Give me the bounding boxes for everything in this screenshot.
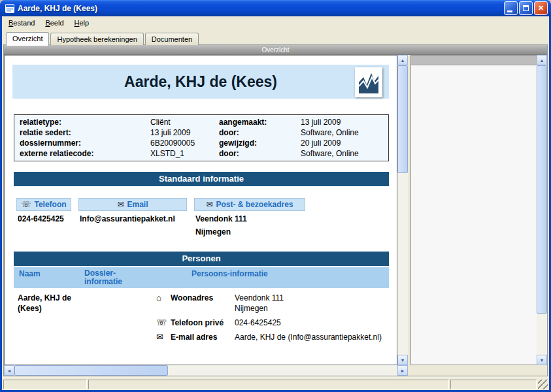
detail-value: 13 juli 2009 (150, 127, 219, 138)
menu-beeld[interactable]: Beeld (40, 17, 69, 29)
email-address: Info@assurantiepakket.nl (78, 211, 187, 224)
arrow-right-icon: ► (401, 368, 405, 373)
person-info-item: ✉ E-mail adres Aarde, KHJ de (Info@assur… (156, 330, 389, 344)
window-body: Bestand Beeld Help Overzicht Hypotheek b… (2, 16, 549, 390)
left-vertical-scrollbar[interactable]: ▲ ▼ (397, 55, 408, 365)
person-info-item: ☏ Telefoon privé 024-6425425 (156, 316, 389, 330)
section-header-personen: Personen (14, 252, 389, 266)
detail-value: Software, Online (301, 127, 383, 138)
minimize-button[interactable] (504, 1, 518, 15)
person-info-item: ⌂ Woonadres Veendonk 111 Nijmegen (156, 291, 389, 316)
detail-value: 20 juli 2009 (301, 138, 383, 148)
right-pane-header (411, 56, 537, 65)
right-vertical-scrollbar[interactable]: ▲ ▼ (537, 55, 547, 365)
home-icon: ⌂ (156, 293, 171, 303)
details-row: relatie sedert: 13 juli 2009 door: Softw… (14, 127, 388, 138)
details-row: externe relatiecode: XLSTD_1 door: Softw… (14, 148, 388, 159)
person-info-list: ⌂ Woonadres Veendonk 111 Nijmegen ☏ Tele… (156, 291, 389, 344)
email-box: ✉ Email Info@assurantiepakket.nl (78, 198, 187, 224)
scroll-down-button[interactable]: ▼ (397, 355, 408, 365)
scroll-track[interactable] (537, 65, 547, 355)
arrow-down-icon: ▼ (401, 358, 405, 363)
scroll-down-button[interactable]: ▼ (537, 355, 547, 365)
tab-hypotheek-berekeningen[interactable]: Hypotheek berekeningen (50, 33, 143, 45)
person-address-line-2: Nijmegen (235, 304, 268, 313)
close-button[interactable]: ✕ (534, 1, 548, 15)
detail-label: relatietype: (20, 117, 150, 127)
detail-value: 13 juli 2009 (301, 117, 383, 127)
detail-label: relatie sedert: (20, 127, 150, 138)
status-panel (3, 380, 87, 389)
person-info-label: Telefoon privé (171, 318, 235, 328)
email-box-label: Email (127, 200, 148, 209)
menu-bestand[interactable]: Bestand (3, 17, 40, 29)
scroll-thumb[interactable] (537, 65, 547, 314)
arrow-down-icon: ▼ (540, 358, 544, 363)
horizontal-scrollbar[interactable]: ◄ ► (4, 365, 408, 376)
person-info-value: Aarde, KHJ de (Info@assurantiepakket.nl) (235, 332, 389, 342)
tab-overzicht[interactable]: Overzicht (6, 32, 49, 46)
details-row: relatietype: Cliënt aangemaakt: 13 juli … (14, 117, 388, 127)
phone-box: ☏ Telefoon 024-6425425 (16, 198, 71, 224)
person-address-line-1: Veendonk 111 (235, 293, 284, 302)
person-info-label: E-mail adres (171, 332, 235, 342)
arrow-up-icon: ▲ (540, 58, 544, 63)
app-window: Aarde, KHJ de (Kees) ✕ Bestand Beeld Hel… (0, 0, 551, 392)
scroll-track[interactable] (397, 65, 408, 355)
relation-details-box: relatietype: Cliënt aangemaakt: 13 juli … (14, 114, 389, 161)
scroll-track[interactable] (14, 365, 397, 376)
scroll-row-filler (408, 365, 547, 376)
right-pane (410, 55, 537, 365)
phone-icon: ☏ (21, 200, 31, 209)
scroll-up-button[interactable]: ▲ (537, 55, 547, 65)
column-dossier-informatie: Dossier-informatie (84, 269, 137, 286)
phone-number: 024-6425425 (16, 211, 71, 224)
phone-box-header[interactable]: ☏ Telefoon (16, 198, 71, 211)
phone-icon: ☏ (156, 318, 171, 328)
detail-label: externe relatiecode: (20, 148, 150, 159)
address-box-label: Post- & bezoekadres (216, 200, 293, 209)
standard-info-boxes: ☏ Telefoon 024-6425425 ✉ Email Info@assu… (16, 198, 305, 237)
scroll-up-button[interactable]: ▲ (397, 55, 408, 65)
column-naam: Naam (19, 269, 41, 278)
scroll-left-button[interactable]: ◄ (4, 365, 14, 376)
detail-value: Cliënt (150, 117, 219, 127)
overview-pane: Aarde, KHJ de (Kees) relatietype: Cliënt (4, 55, 397, 365)
person-info-value: 024-6425425 (235, 318, 389, 328)
envelope-icon: ✉ (117, 200, 124, 209)
tab-strip: Overzicht Hypotheek berekeningen Documen… (2, 29, 549, 45)
status-panel (88, 380, 449, 389)
client-name-title: Aarde, KHJ de (Kees) (12, 65, 389, 99)
detail-value: Software, Online (301, 148, 383, 159)
maximize-button[interactable] (519, 1, 533, 15)
email-box-header[interactable]: ✉ Email (78, 198, 187, 211)
tab-documenten[interactable]: Documenten (145, 33, 199, 45)
maximize-icon (523, 5, 529, 11)
detail-value: XLSTD_1 (150, 148, 219, 159)
bottom-scroll-row: ◄ ► (4, 365, 547, 376)
post-icon: ✉ (206, 200, 212, 209)
status-bar (2, 378, 549, 390)
scroll-thumb[interactable] (14, 365, 168, 376)
scroll-right-button[interactable]: ► (397, 365, 408, 376)
status-panel (450, 380, 537, 389)
close-icon: ✕ (538, 4, 544, 12)
app-icon (5, 3, 15, 14)
detail-label: door: (219, 127, 301, 138)
arrow-left-icon: ◄ (7, 368, 12, 373)
menu-bar: Bestand Beeld Help (2, 16, 549, 29)
address-line-2: Nijmegen (194, 224, 305, 237)
window-title: Aarde, KHJ de (Kees) (18, 4, 504, 13)
address-box-header[interactable]: ✉ Post- & bezoekadres (194, 198, 305, 211)
minimize-icon (507, 10, 512, 12)
address-line-1: Veendonk 111 (194, 211, 305, 224)
caption-bar: Overzicht (4, 45, 547, 55)
details-row: dossiernummer: 6B20090005 gewijzigd: 20 … (14, 138, 388, 148)
chart-icon (355, 67, 382, 97)
menu-help[interactable]: Help (69, 17, 95, 29)
content-frame: Overzicht Aarde, KHJ de (Kees) (3, 44, 548, 376)
persons-table-header: Naam Dossier-informatie Persoons-informa… (14, 267, 389, 288)
scroll-thumb[interactable] (397, 65, 408, 173)
person-info-value: Veendonk 111 Nijmegen (235, 293, 389, 314)
resize-grip[interactable] (538, 380, 548, 389)
